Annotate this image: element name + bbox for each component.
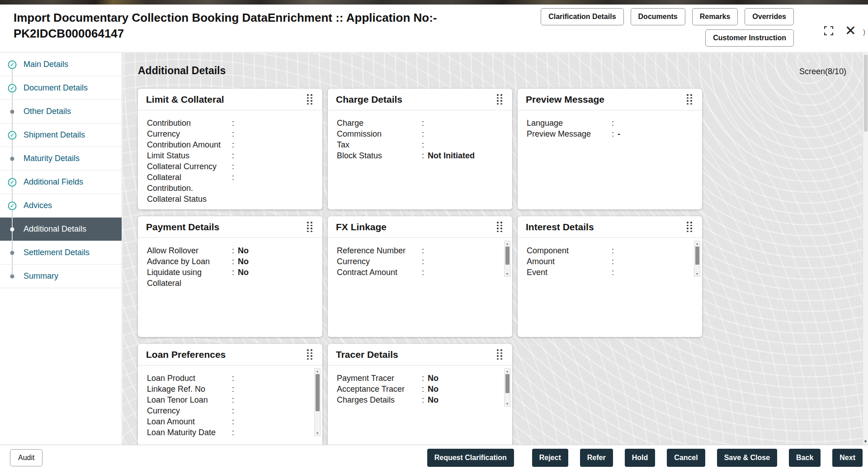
field-label: Advance by Loan	[147, 256, 232, 267]
field-label: Amount	[527, 256, 612, 267]
sidebar-item-additional-details[interactable]: Additional Details	[0, 218, 122, 241]
card-scrollbar[interactable]: ▲▼	[504, 241, 510, 277]
cancel-button[interactable]: Cancel	[667, 449, 705, 467]
field-row: Reference Number:	[337, 245, 503, 256]
field-label: Collateral	[147, 172, 232, 183]
card-menu-icon[interactable]	[685, 220, 694, 234]
scroll-down-arrow-icon[interactable]: ▼	[316, 431, 319, 436]
overrides-button[interactable]: Overrides	[745, 8, 794, 25]
scroll-up-arrow-icon[interactable]: ▲	[696, 241, 699, 246]
field-label: Collateral Status	[147, 194, 232, 204]
field-colon: :	[232, 139, 234, 150]
field-label: Allow Rollover	[147, 245, 232, 256]
sidebar-item-additional-fields[interactable]: ✓Additional Fields	[0, 171, 122, 194]
scroll-down-arrow-icon[interactable]: ▼	[506, 401, 509, 406]
card-scrollbar-thumb[interactable]	[316, 374, 320, 411]
request-clarification-button[interactable]: Request Clarification	[427, 449, 514, 467]
field-row: Commission:	[337, 128, 503, 139]
scroll-up-arrow-icon[interactable]: ▲	[316, 369, 319, 374]
scroll-down-arrow-icon[interactable]: ▼	[506, 271, 509, 276]
step-rail	[0, 147, 24, 170]
card-body: Reference Number:Currency:Contract Amoun…	[328, 238, 512, 337]
field-row: Preview Message:-	[527, 128, 693, 139]
next-button[interactable]: Next	[832, 449, 863, 467]
remarks-button[interactable]: Remarks	[692, 8, 738, 25]
field-row: Collateral:	[147, 172, 313, 183]
card-scrollbar[interactable]: ▲▼	[694, 241, 700, 277]
card-menu-icon[interactable]	[305, 92, 314, 106]
card-body: Charge:Commission:Tax:Block Status:Not I…	[328, 110, 512, 209]
field-label: Liquidate using	[147, 267, 232, 278]
field-colon: :	[612, 128, 614, 139]
sidebar-item-summary[interactable]: Summary	[0, 265, 122, 288]
sidebar-item-main-details[interactable]: ✓Main Details	[0, 53, 122, 76]
card-menu-icon[interactable]	[685, 92, 694, 106]
card-scrollbar-thumb[interactable]	[695, 247, 699, 265]
customer-instruction-button[interactable]: Customer Instruction	[705, 29, 794, 47]
step-rail	[0, 100, 24, 123]
card-scrollbar-thumb[interactable]	[505, 247, 509, 265]
hold-button[interactable]: Hold	[625, 449, 656, 467]
step-dot-icon	[10, 227, 14, 231]
close-icon[interactable]: ✕	[845, 25, 856, 36]
field-label: Acceptance Tracer	[337, 384, 422, 394]
step-check-icon: ✓	[8, 60, 17, 69]
scroll-up-arrow-icon[interactable]: ▲	[506, 241, 509, 246]
step-rail: ✓	[0, 171, 24, 194]
field-colon: :	[232, 267, 234, 278]
page-title-line1: Import Documentary Collection Booking Da…	[14, 10, 437, 26]
step-dot-icon	[10, 251, 14, 255]
sidebar-item-document-details[interactable]: ✓Document Details	[0, 76, 122, 100]
card-menu-icon[interactable]	[305, 220, 314, 234]
field-row: Component:	[527, 245, 693, 256]
field-label: Component	[527, 245, 612, 256]
refer-button[interactable]: Refer	[580, 449, 613, 467]
sidebar-item-shipment-details[interactable]: ✓Shipment Details	[0, 123, 122, 147]
card-header: FX Linkage	[328, 216, 512, 238]
scroll-down-arrow-icon[interactable]: ▼	[696, 271, 699, 276]
field-label: Loan Tenor Loan	[147, 394, 232, 405]
scroll-down-arrow-icon[interactable]: ▼	[863, 438, 868, 445]
field-label: Contract Amount	[337, 267, 422, 278]
clarification-details-button[interactable]: Clarification Details	[541, 8, 623, 25]
card-menu-icon[interactable]	[495, 92, 504, 106]
field-label: Collateral	[147, 278, 232, 289]
field-colon: :	[232, 245, 234, 256]
sidebar-item-maturity-details[interactable]: Maturity Details	[0, 147, 122, 171]
sidebar-item-other-details[interactable]: Other Details	[0, 100, 122, 123]
page-scrollbar-thumb[interactable]	[864, 55, 868, 132]
page-title: Import Documentary Collection Booking Da…	[14, 10, 437, 42]
field-value: No	[428, 394, 439, 405]
step-rail	[0, 241, 24, 264]
card-menu-icon[interactable]	[495, 220, 504, 234]
reject-button[interactable]: Reject	[532, 449, 568, 467]
field-colon: :	[422, 139, 424, 150]
card-scrollbar[interactable]: ▲▼	[314, 368, 321, 436]
field-label: Limit Status	[147, 150, 232, 161]
field-row: Advance by Loan:No	[147, 256, 313, 267]
card-menu-icon[interactable]	[305, 347, 314, 361]
card-menu-icon[interactable]	[495, 347, 504, 361]
field-label: Loan Amount	[147, 416, 232, 427]
field-colon: :	[612, 245, 614, 256]
collapse-window-icon[interactable]	[823, 25, 834, 36]
sidebar-item-label: Advices	[24, 201, 52, 210]
scroll-up-arrow-icon[interactable]: ▲	[506, 369, 509, 374]
page-scrollbar[interactable]: ▼	[863, 53, 868, 445]
documents-button[interactable]: Documents	[631, 8, 685, 25]
card-title: Payment Details	[146, 222, 219, 233]
field-row: Acceptance Tracer:No	[337, 384, 503, 394]
card-title: Interest Details	[526, 222, 594, 233]
back-button[interactable]: Back	[789, 449, 821, 467]
field-colon: :	[422, 267, 424, 278]
card-header: Tracer Details	[328, 344, 512, 366]
save-close-button[interactable]: Save & Close	[717, 449, 777, 467]
audit-button[interactable]: Audit	[10, 449, 42, 466]
field-colon: :	[232, 256, 234, 267]
field-colon: :	[232, 128, 234, 139]
sidebar-item-advices[interactable]: ✓Advices	[0, 194, 122, 218]
card-scrollbar-thumb[interactable]	[505, 374, 509, 393]
sidebar-item-settlement-details[interactable]: Settlement Details	[0, 241, 122, 265]
field-row: Linkage Ref. No:	[147, 384, 313, 394]
card-scrollbar[interactable]: ▲▼	[504, 368, 510, 407]
